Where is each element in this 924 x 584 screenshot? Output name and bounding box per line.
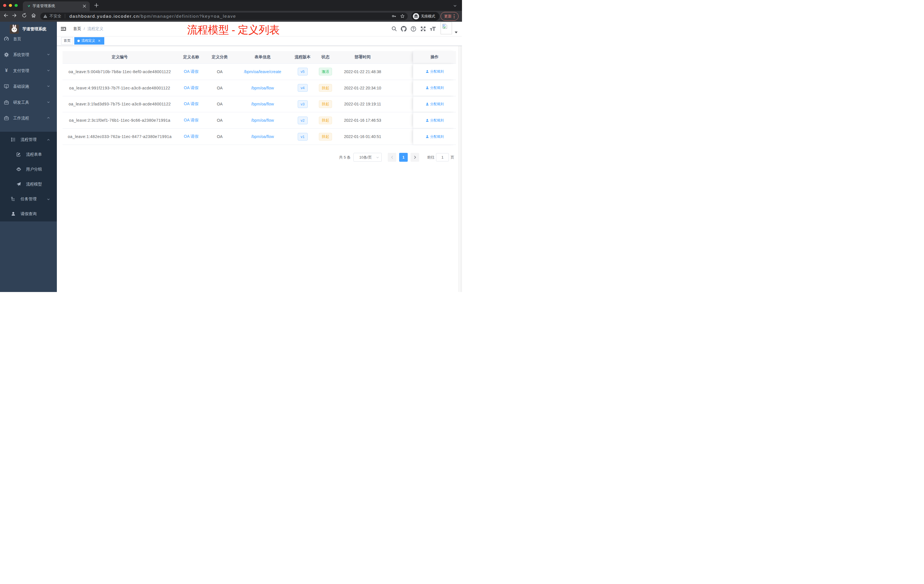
- version-cell: v5: [291, 64, 314, 80]
- column-filler: [388, 51, 413, 64]
- sidebar-item-home[interactable]: 首页: [0, 36, 57, 53]
- assign-rule-button[interactable]: 分配规则: [426, 118, 444, 123]
- assign-rule-button[interactable]: 分配规则: [426, 102, 444, 107]
- definition-name-link: OA 请假: [177, 129, 205, 145]
- actions-cell: 分配规则: [413, 112, 456, 128]
- definition-name-link: OA 请假: [177, 80, 205, 96]
- window-controls[interactable]: [3, 4, 18, 7]
- sidebar-item-system[interactable]: 系统管理: [0, 52, 57, 68]
- bookmark-star-icon[interactable]: [400, 14, 405, 18]
- incognito-label: 无痕模式: [421, 14, 435, 19]
- logo-avatar: [10, 25, 19, 34]
- chevron-down-icon: [46, 84, 50, 88]
- sidebar-item-user-group[interactable]: 用户分组: [0, 162, 57, 177]
- column-header: 流程版本: [291, 51, 314, 64]
- definition-id: oa_leave:3:1fad3d93-7b75-11ec-a3c8-acde4…: [63, 96, 177, 112]
- chevron-down-icon: [46, 100, 50, 104]
- deploy-time: 2022-01-16 01:40:51: [337, 129, 388, 145]
- new-tab-button[interactable]: [94, 3, 99, 8]
- breadcrumb-home[interactable]: 首页: [73, 26, 81, 31]
- chevron-down-icon: [46, 68, 50, 72]
- forward-icon[interactable]: [12, 13, 17, 19]
- next-page-button[interactable]: [411, 153, 419, 162]
- table-header-row: 定义编号 定义名称 定义分类 表单信息 流程版本 状态 部署时间 操作: [63, 51, 456, 64]
- sidebar-item-devtools[interactable]: 研发工具: [0, 100, 57, 116]
- caret-down-icon[interactable]: [455, 30, 458, 35]
- browser-menu-dots-icon[interactable]: [454, 14, 455, 18]
- close-window-button[interactable]: [3, 4, 6, 7]
- breadcrumb-current: 流程定义: [87, 26, 104, 31]
- definition-table: 定义编号 定义名称 定义分类 表单信息 流程版本 状态 部署时间 操作 oa_l…: [63, 51, 456, 145]
- jump-page-input[interactable]: 1: [436, 153, 449, 162]
- sidebar-menu: 首页 系统管理 ¥ 支付管理: [0, 36, 57, 221]
- sidebar-item-leave-query[interactable]: 请假查询: [0, 206, 57, 221]
- avatar-broken-image[interactable]: [441, 22, 452, 34]
- browser-tab[interactable]: 芋道管理系统: [23, 2, 90, 11]
- table-row: oa_leave:5:004b710b-7b8a-11ec-8ef0-acde4…: [63, 64, 456, 80]
- sidebar-item-workflow[interactable]: 工作流程: [0, 116, 57, 132]
- deploy-time: 2022-01-22 19:19:11: [337, 96, 388, 112]
- address-bar[interactable]: 不安全 dashboard.yudao.iocoder.cn/bpm/manag…: [40, 13, 408, 20]
- header-search-icon[interactable]: [389, 26, 399, 31]
- sidebar-item-infra[interactable]: 基础设施: [0, 84, 57, 100]
- sidebar-item-process-form[interactable]: 流程表单: [0, 147, 57, 162]
- app-title: 芋道管理系统: [22, 26, 46, 32]
- pagination-total: 共 5 条: [339, 155, 351, 160]
- column-header: 部署时间: [337, 51, 388, 64]
- page-size-select[interactable]: 10条/页: [353, 153, 382, 162]
- status-cell: 挂起: [314, 80, 337, 96]
- version-badge: v2: [298, 117, 308, 124]
- sidebar-item-task-mgmt[interactable]: 任务管理: [0, 192, 57, 206]
- column-header: 定义分类: [205, 51, 234, 64]
- version-badge: v5: [298, 68, 308, 76]
- deploy-time: 2022-01-22 20:34:10: [337, 80, 388, 96]
- assign-rule-button[interactable]: 分配规则: [426, 134, 444, 139]
- current-page-button[interactable]: 1: [399, 153, 408, 162]
- table-row: oa_leave:2:3c1f0ef1-76b1-11ec-9c66-a2380…: [63, 112, 456, 129]
- chevron-right-icon: [413, 155, 417, 159]
- fullscreen-icon[interactable]: [418, 26, 428, 32]
- column-header: 定义编号: [63, 51, 177, 64]
- sidebar-item-payment[interactable]: ¥ 支付管理: [0, 68, 57, 84]
- sidebar-item-process-model[interactable]: 流程模型: [0, 177, 57, 192]
- update-button[interactable]: 更新: [441, 12, 459, 21]
- reload-icon[interactable]: [22, 13, 27, 19]
- help-icon[interactable]: [409, 26, 418, 32]
- url-text[interactable]: dashboard.yudao.iocoder.cn/bpm/manager/d…: [69, 14, 236, 19]
- tag-close-icon[interactable]: [97, 39, 101, 43]
- breadcrumb: 首页 / 流程定义: [73, 22, 104, 36]
- assign-rule-button[interactable]: 分配规则: [426, 86, 444, 90]
- zoom-window-button[interactable]: [15, 4, 18, 7]
- status-badge: 激活: [319, 68, 332, 76]
- tab-close-icon[interactable]: [82, 4, 87, 8]
- breadcrumb-separator: /: [84, 26, 85, 31]
- sidebar-logo[interactable]: 芋道管理系统: [0, 22, 57, 36]
- font-size-icon[interactable]: [428, 26, 438, 32]
- sidebar: 芋道管理系统 首页 系统管理 ¥: [0, 22, 57, 292]
- tags-view-bar: 首页 流程定义: [57, 36, 462, 46]
- tag-process-definition[interactable]: 流程定义: [74, 37, 104, 45]
- github-icon[interactable]: [399, 26, 409, 32]
- assign-rule-button[interactable]: 分配规则: [426, 69, 444, 74]
- prev-page-button[interactable]: [388, 153, 396, 162]
- status-cell: 激活: [314, 64, 337, 80]
- minimize-window-button[interactable]: [9, 4, 12, 7]
- form-edit-icon: [16, 152, 21, 157]
- home-icon[interactable]: [31, 13, 36, 19]
- status-cell: 挂起: [314, 129, 337, 145]
- security-label[interactable]: 不安全: [50, 14, 61, 19]
- browser-toolbar: 不安全 dashboard.yudao.iocoder.cn/bpm/manag…: [0, 11, 462, 22]
- sidebar-collapse-icon[interactable]: [61, 26, 66, 32]
- password-key-icon[interactable]: [391, 14, 396, 18]
- column-header: 定义名称: [177, 51, 205, 64]
- form-info-link: /bpm/oa/flow: [234, 96, 291, 112]
- tag-home[interactable]: 首页: [61, 37, 73, 45]
- column-header: 状态: [314, 51, 337, 64]
- definition-category: OA: [205, 64, 234, 80]
- scrollbar-gutter[interactable]: [458, 46, 462, 292]
- back-icon[interactable]: [3, 13, 8, 19]
- tab-search-chevron-icon[interactable]: [453, 4, 457, 7]
- status-badge: 挂起: [319, 133, 332, 140]
- sidebar-item-process-mgmt[interactable]: 流程管理: [0, 132, 57, 147]
- jump-prefix: 前往: [427, 155, 435, 160]
